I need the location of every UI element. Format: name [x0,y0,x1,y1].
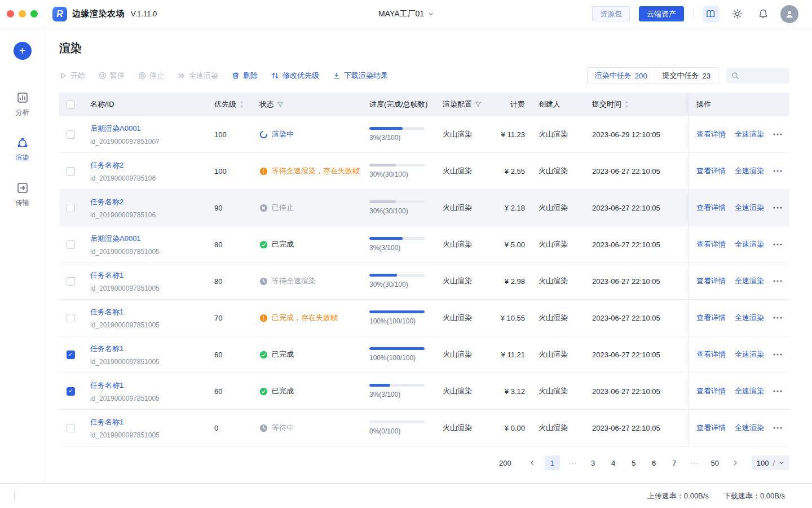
full-speed-render-link[interactable]: 全速渲染 [735,386,764,396]
user-avatar[interactable] [780,5,798,23]
cloud-assets-button[interactable]: 云端资产 [639,6,684,21]
more-actions-icon[interactable] [773,353,782,356]
minimize-button[interactable] [19,10,26,17]
filter-icon[interactable] [277,101,284,108]
full-speed-render-link[interactable]: 全速渲染 [735,166,764,176]
tab-submitting-tasks[interactable]: 提交中任务 23 [655,68,718,84]
row-checkbox[interactable] [67,351,75,359]
row-checkbox[interactable] [67,130,75,139]
row-checkbox[interactable] [67,314,75,322]
row-checkbox[interactable] [67,424,75,432]
row-checkbox[interactable] [67,387,75,396]
creator: 火山渲染 [533,300,586,336]
table-row[interactable]: 后期渲染A0001 id_2019000097851007 100 渲染中 3%… [59,116,789,153]
full-speed-render-link[interactable]: 全速渲染 [735,239,764,249]
delete-button[interactable]: 删除 [232,71,258,81]
new-task-button[interactable]: + [14,42,32,60]
table-row[interactable]: 任务名称1 id_2019000097851005 60 已完成 100%(10… [59,336,789,373]
pause-button[interactable]: 暂停 [99,71,125,81]
view-details-link[interactable]: 查看详情 [696,166,726,176]
table-row[interactable]: 任务名称1 id_2019000097851005 60 已完成 3%(3/10… [59,373,789,410]
close-button[interactable] [7,10,14,17]
full-speed-render-link[interactable]: 全速渲染 [735,129,764,139]
full-speed-render-link[interactable]: 全速渲染 [735,349,764,360]
full-speed-render-link[interactable]: 全速渲染 [735,203,764,213]
view-details-link[interactable]: 查看详情 [696,313,726,323]
filter-icon[interactable] [475,101,482,108]
sort-icon[interactable] [624,100,629,108]
task-name-link[interactable]: 后期渲染A0001 [90,234,141,244]
notifications-button[interactable] [754,6,771,23]
analysis-chart-icon [16,91,29,104]
more-actions-icon[interactable] [773,317,782,319]
page-size-select[interactable]: 100 / [752,456,789,470]
task-name-link[interactable]: 任务名称1 [90,417,123,427]
view-details-link[interactable]: 查看详情 [696,203,726,213]
row-checkbox[interactable] [67,204,75,212]
view-details-link[interactable]: 查看详情 [696,276,726,286]
full-speed-render-link[interactable]: 全速渲染 [735,276,764,286]
submitting-count: 23 [703,72,710,80]
view-details-link[interactable]: 查看详情 [696,239,726,249]
more-actions-icon[interactable] [773,133,782,135]
start-button[interactable]: 开始 [59,71,85,81]
table-row[interactable]: 任务名称2 id_201900009785106 100 等待全速渲染，存在失败… [59,153,789,190]
more-actions-icon[interactable] [773,243,782,246]
more-actions-icon[interactable] [773,427,782,429]
settings-button[interactable] [729,6,745,23]
sidebar-item-transfer[interactable]: 传输 [16,182,29,208]
table-header: 名称/ID 优先级 状态 进度(完成/总帧数) 渲染配置 计费 创建人 提交时间… [59,93,789,116]
page-number[interactable]: 50 [708,456,722,470]
sort-icon[interactable] [239,100,244,108]
row-checkbox[interactable] [67,240,75,249]
page-number[interactable]: 7 [667,456,682,470]
more-actions-icon[interactable] [773,280,782,282]
page-number[interactable]: 1 [545,456,560,470]
docs-button[interactable] [703,6,720,23]
resource-pack-button[interactable]: 资源包 [592,6,630,21]
full-speed-button[interactable]: 全速渲染 [178,71,218,81]
full-speed-render-link[interactable]: 全速渲染 [735,423,764,433]
full-speed-render-link[interactable]: 全速渲染 [735,313,764,323]
maximize-button[interactable] [30,10,38,17]
more-actions-icon[interactable] [773,390,782,392]
task-name-link[interactable]: 后期渲染A0001 [90,124,141,134]
prev-page-button[interactable] [525,456,540,470]
table-row[interactable]: 任务名称1 id_2019000097851005 70 已完成，存在失败帧 1… [59,300,789,336]
sidebar-item-render[interactable]: 渲染 [16,137,29,163]
task-name-link[interactable]: 任务名称1 [90,380,123,391]
page-number[interactable]: 5 [626,456,641,470]
view-details-link[interactable]: 查看详情 [696,129,726,139]
modify-priority-button[interactable]: 修改优先级 [271,71,319,81]
search-input[interactable] [726,68,789,84]
workspace-selector[interactable]: MAYA工厂01 [378,9,434,19]
stop-button[interactable]: 停止 [138,71,164,81]
view-details-link[interactable]: 查看详情 [696,386,726,396]
table-row[interactable]: 后期渲染A0001 id_2019000097851005 80 已完成 3%(… [59,226,789,263]
more-actions-icon[interactable] [773,207,782,209]
view-details-link[interactable]: 查看详情 [696,423,726,433]
download-results-button[interactable]: 下载渲染结果 [333,71,388,81]
progress-label: 0%(0/100) [369,427,400,435]
table-row[interactable]: 任务名称1 id_2019000097851005 0 等待中 0%(0/100… [59,410,789,446]
row-checkbox[interactable] [67,167,75,176]
table-row[interactable]: 任务名称1 id_2019000097851005 80 等待全速渲染 30%(… [59,263,789,300]
page-number[interactable]: 3 [586,456,601,470]
task-name-link[interactable]: 任务名称1 [90,270,123,281]
sidebar-item-analysis[interactable]: 分析 [16,91,29,117]
select-all-checkbox[interactable] [67,100,75,109]
task-name-link[interactable]: 任务名称2 [90,197,123,207]
task-name-link[interactable]: 任务名称1 [90,344,123,354]
page-number[interactable]: 6 [647,456,661,470]
app-name: 边缘渲染农场 [72,8,125,19]
table-row[interactable]: 任务名称2 id_201900009785106 90 已停止 30%(30/1… [59,190,789,226]
tab-rendering-tasks[interactable]: 渲染中任务 200 [588,68,655,84]
statusbar-divider [14,491,15,501]
task-name-link[interactable]: 任务名称2 [90,160,123,170]
row-checkbox[interactable] [67,277,75,286]
view-details-link[interactable]: 查看详情 [696,349,726,360]
more-actions-icon[interactable] [773,170,782,172]
next-page-button[interactable] [728,456,743,470]
page-number[interactable]: 4 [606,456,621,470]
task-name-link[interactable]: 任务名称1 [90,307,123,317]
